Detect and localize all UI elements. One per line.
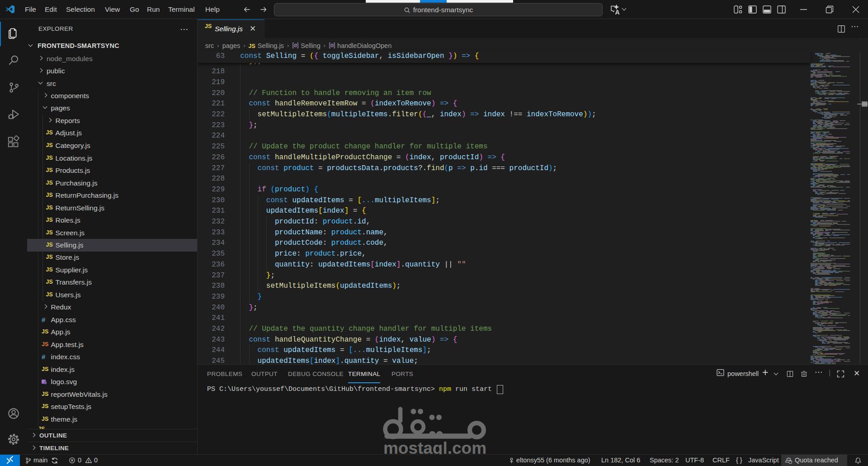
svg-text:A: A xyxy=(615,9,620,15)
